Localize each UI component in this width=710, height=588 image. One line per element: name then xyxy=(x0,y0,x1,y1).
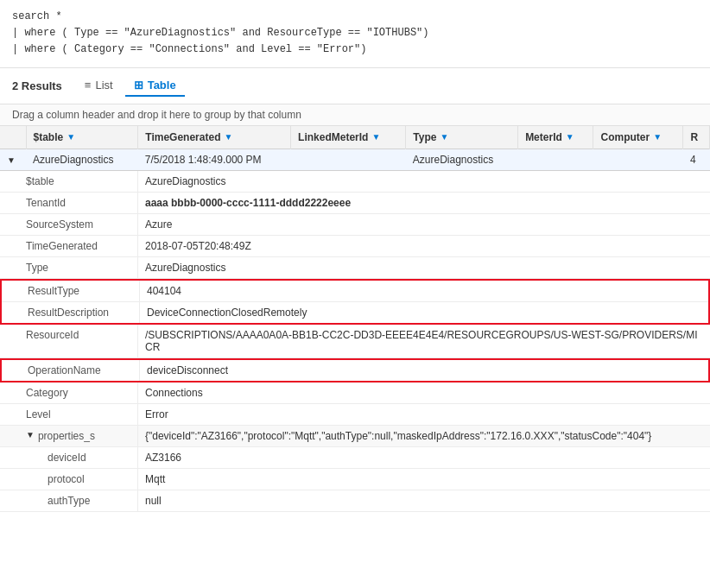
th-timegenerated-label: TimeGenerated xyxy=(145,131,220,143)
detail-key-resultdesc: ResultDescription xyxy=(2,302,140,323)
th-type[interactable]: Type ▼ xyxy=(406,126,518,149)
sub-key-protocol: protocol xyxy=(0,469,138,490)
detail-val-timegenerated: 2018-07-05T20:48:49Z xyxy=(138,236,258,256)
tab-group: ≡ List ⊞ Table xyxy=(76,75,185,97)
detail-row-timegenerated: TimeGenerated 2018-07-05T20:48:49Z xyxy=(0,236,710,257)
results-count: 2 Results xyxy=(12,79,62,92)
sub-key-authtype: authType xyxy=(0,490,138,511)
detail-key-resourceid: ResourceId xyxy=(0,325,138,357)
th-computer-label: Computer xyxy=(600,131,650,143)
detail-val-resultdesc: DeviceConnectionClosedRemotely xyxy=(140,302,314,323)
detail-val-category: Connections xyxy=(138,383,210,403)
query-line-2: | where ( Type == "AzureDiagnostics" and… xyxy=(12,25,698,41)
th-linkedmeterid-label: LinkedMeterId xyxy=(298,131,368,143)
list-icon: ≡ xyxy=(85,79,92,92)
expand-cell[interactable]: ▼ xyxy=(0,149,26,170)
sub-val-deviceid: AZ3166 xyxy=(138,447,188,468)
detail-key-category: Category xyxy=(0,383,138,403)
filter-icon-table[interactable]: ▼ xyxy=(67,132,75,142)
sub-row-protocol: protocol Mqtt xyxy=(0,469,710,490)
detail-row-operationname: OperationName deviceDisconnect xyxy=(2,360,708,381)
detail-val-stable: AzureDiagnostics xyxy=(138,171,232,192)
tab-table-label: Table xyxy=(148,79,176,92)
cell-table: AzureDiagnostics xyxy=(26,149,138,170)
cell-meter xyxy=(518,149,593,170)
tab-list[interactable]: ≡ List xyxy=(76,75,122,97)
cell-computer xyxy=(593,149,683,170)
th-timegenerated[interactable]: TimeGenerated ▼ xyxy=(138,126,291,149)
th-r-label: R xyxy=(690,131,698,143)
detail-key-operationname: OperationName xyxy=(2,360,140,381)
sub-row-authtype: authType null xyxy=(0,490,710,512)
th-r[interactable]: R xyxy=(683,126,710,149)
cell-linked xyxy=(291,149,406,170)
detail-val-resourceid: /SUBSCRIPTIONS/AAAA0A0A-BB1B-CC2C-DD3D-E… xyxy=(138,325,710,357)
detail-row-tenantid: TenantId aaaa bbbb-0000-cccc-1111-dddd22… xyxy=(0,193,710,214)
cell-r: 4 xyxy=(683,149,710,170)
properties-row: ▼ properties_s {"deviceId":"AZ3166","pro… xyxy=(0,426,710,447)
th-computer[interactable]: Computer ▼ xyxy=(593,126,683,149)
detail-val-level: Error xyxy=(138,404,175,425)
th-table-label: $table xyxy=(34,131,64,143)
detail-row-sourcesystem: SourceSystem Azure xyxy=(0,214,710,236)
detail-val-type: AzureDiagnostics xyxy=(138,257,232,278)
expand-icon[interactable]: ▼ xyxy=(7,155,16,165)
highlight-group-result: ResultType 404104 ResultDescription Devi… xyxy=(0,279,710,325)
filter-icon-computer[interactable]: ▼ xyxy=(653,132,662,142)
table-header-row: $table ▼ TimeGenerated ▼ LinkedMeterId ▼ xyxy=(0,126,710,149)
sub-row-deviceid: deviceId AZ3166 xyxy=(0,447,710,469)
tab-table[interactable]: ⊞ Table xyxy=(125,75,185,97)
detail-val-operationname: deviceDisconnect xyxy=(140,360,235,381)
detail-key-stable: $table xyxy=(0,171,138,192)
tab-list-label: List xyxy=(95,79,112,92)
detail-row-level: Level Error xyxy=(0,404,710,426)
cell-time: 7/5/2018 1:48:49.000 PM xyxy=(138,149,291,170)
query-line-1: search * xyxy=(12,9,698,25)
th-linkedmeterid[interactable]: LinkedMeterId ▼ xyxy=(291,126,406,149)
detail-key-sourcesystem: SourceSystem xyxy=(0,214,138,235)
highlight-group-operation: OperationName deviceDisconnect xyxy=(0,358,710,383)
detail-val-sourcesystem: Azure xyxy=(138,214,179,235)
filter-icon-time[interactable]: ▼ xyxy=(224,132,232,142)
detail-key-type: Type xyxy=(0,257,138,278)
query-box: search * | where ( Type == "AzureDiagnos… xyxy=(0,0,710,68)
detail-key-tenantid: TenantId xyxy=(0,193,138,213)
cell-type: AzureDiagnostics xyxy=(406,149,518,170)
detail-row-category: Category Connections xyxy=(0,383,710,404)
results-header: 2 Results ≡ List ⊞ Table xyxy=(0,68,710,104)
sub-val-authtype: null xyxy=(138,490,168,511)
detail-row-resultdesc: ResultDescription DeviceConnectionClosed… xyxy=(2,302,708,323)
properties-expand-icon[interactable]: ▼ xyxy=(26,430,35,439)
detail-row-stable: $table AzureDiagnostics xyxy=(0,171,710,193)
detail-row-resourceid: ResourceId /SUBSCRIPTIONS/AAAA0A0A-BB1B-… xyxy=(0,325,710,358)
detail-rows-container: $table AzureDiagnostics TenantId aaaa bb… xyxy=(0,170,710,512)
table-container: $table ▼ TimeGenerated ▼ LinkedMeterId ▼ xyxy=(0,126,710,512)
th-table[interactable]: $table ▼ xyxy=(26,126,138,149)
detail-val-tenantid: aaaa bbbb-0000-cccc-1111-dddd2222eeee xyxy=(138,193,358,213)
properties-key: ▼ properties_s xyxy=(0,426,138,446)
filter-icon-linked[interactable]: ▼ xyxy=(371,132,380,142)
sub-val-protocol: Mqtt xyxy=(138,469,172,490)
table-icon: ⊞ xyxy=(134,79,143,92)
filter-icon-type[interactable]: ▼ xyxy=(440,132,448,142)
detail-section: $table AzureDiagnostics TenantId aaaa bb… xyxy=(0,171,710,512)
filter-icon-meter[interactable]: ▼ xyxy=(566,132,574,142)
drag-hint: Drag a column header and drop it here to… xyxy=(0,104,710,126)
detail-row-type: Type AzureDiagnostics xyxy=(0,257,710,279)
detail-key-resulttype: ResultType xyxy=(2,281,140,301)
sub-key-deviceid: deviceId xyxy=(0,447,138,468)
detail-row-resulttype: ResultType 404104 xyxy=(2,281,708,302)
results-table: $table ▼ TimeGenerated ▼ LinkedMeterId ▼ xyxy=(0,126,710,512)
properties-val: {"deviceId":"AZ3166","protocol":"Mqtt","… xyxy=(138,426,710,446)
th-expand xyxy=(0,126,26,149)
main-data-row: ▼ AzureDiagnostics 7/5/2018 1:48:49.000 … xyxy=(0,149,710,170)
detail-val-resulttype: 404104 xyxy=(140,281,188,301)
query-line-3: | where ( Category == "Connections" and … xyxy=(12,41,698,58)
th-meterid-label: MeterId xyxy=(525,131,562,143)
th-type-label: Type xyxy=(413,131,436,143)
properties-key-label: properties_s xyxy=(38,430,95,442)
detail-key-timegenerated: TimeGenerated xyxy=(0,236,138,256)
th-meterid[interactable]: MeterId ▼ xyxy=(518,126,593,149)
detail-key-level: Level xyxy=(0,404,138,425)
